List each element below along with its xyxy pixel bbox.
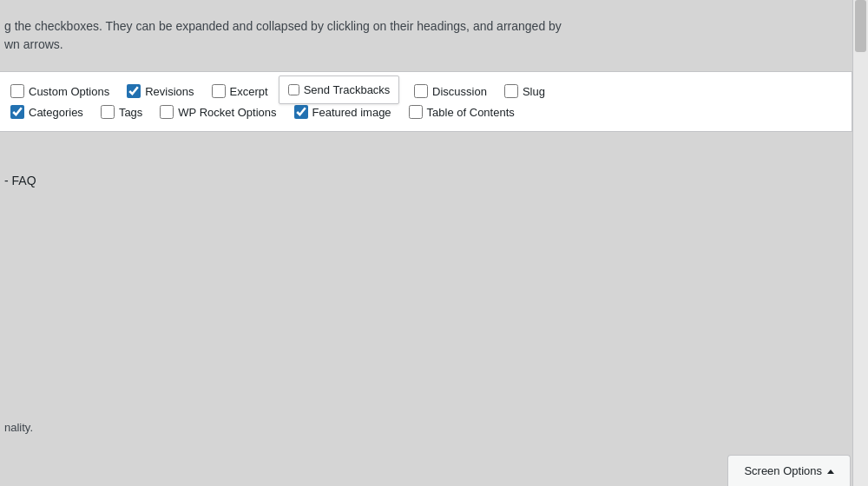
label-excerpt: Excerpt	[230, 85, 268, 98]
checkbox-item-wp-rocket-options[interactable]: WP Rocket Options	[160, 105, 276, 119]
checkbox-categories[interactable]	[10, 105, 24, 119]
checkbox-send-trackbacks[interactable]	[288, 84, 299, 95]
description-line2: wn arrows.	[4, 37, 63, 51]
scrollbar-thumb[interactable]	[855, 0, 866, 52]
send-trackbacks-wrapper: Send Trackbacks Send Trackbacks	[286, 84, 414, 98]
checkbox-featured-image[interactable]	[294, 105, 308, 119]
checkbox-item-discussion[interactable]: Discussion	[414, 84, 487, 98]
checkbox-excerpt[interactable]	[212, 84, 226, 98]
checkbox-item-custom-options[interactable]: Custom Options	[10, 84, 109, 98]
checkbox-item-table-of-contents[interactable]: Table of Contents	[409, 105, 515, 119]
screen-options-arrow-icon	[827, 464, 834, 477]
checkbox-item-featured-image[interactable]: Featured image	[294, 105, 391, 119]
label-custom-options: Custom Options	[29, 85, 109, 98]
checkbox-item-categories[interactable]: Categories	[10, 105, 83, 119]
checkbox-revisions[interactable]	[127, 84, 141, 98]
label-featured-image: Featured image	[312, 106, 391, 119]
checkbox-item-revisions[interactable]: Revisions	[127, 84, 194, 98]
checkbox-row-2: Categories Tags WP Rocket Options Featur…	[10, 105, 838, 119]
screen-options-label: Screen Options	[744, 464, 822, 477]
checkbox-table-of-contents[interactable]	[409, 105, 423, 119]
checkbox-custom-options[interactable]	[10, 84, 24, 98]
main-content: g the checkboxes. They can be expanded a…	[0, 0, 852, 486]
label-tags: Tags	[119, 106, 142, 119]
trackbacks-popup: Send Trackbacks	[279, 76, 400, 104]
description-line1: g the checkboxes. They can be expanded a…	[4, 19, 562, 33]
description-text: g the checkboxes. They can be expanded a…	[0, 17, 852, 54]
label-revisions: Revisions	[145, 85, 194, 98]
checkbox-tags[interactable]	[101, 105, 115, 119]
functionality-text: nality.	[4, 421, 33, 434]
checkbox-discussion[interactable]	[414, 84, 428, 98]
faq-text: - FAQ	[4, 174, 36, 187]
label-wp-rocket-options: WP Rocket Options	[178, 106, 276, 119]
checkbox-row-1: Custom Options Revisions Excerpt Send Tr…	[10, 84, 838, 98]
scrollbar[interactable]	[852, 0, 868, 486]
checkbox-item-tags[interactable]: Tags	[101, 105, 142, 119]
checkbox-slug[interactable]	[504, 84, 518, 98]
label-slug: Slug	[523, 85, 545, 98]
label-categories: Categories	[29, 106, 83, 119]
label-table-of-contents: Table of Contents	[427, 106, 515, 119]
screen-options-button[interactable]: Screen Options	[727, 455, 851, 486]
label-send-trackbacks: Send Trackbacks	[304, 83, 391, 96]
label-discussion: Discussion	[432, 85, 487, 98]
checkbox-item-slug[interactable]: Slug	[504, 84, 545, 98]
checkbox-item-excerpt[interactable]: Excerpt	[212, 84, 268, 98]
checkboxes-panel: Custom Options Revisions Excerpt Send Tr…	[0, 71, 852, 132]
checkbox-wp-rocket-options[interactable]	[160, 105, 174, 119]
faq-section: - FAQ	[4, 174, 36, 187]
